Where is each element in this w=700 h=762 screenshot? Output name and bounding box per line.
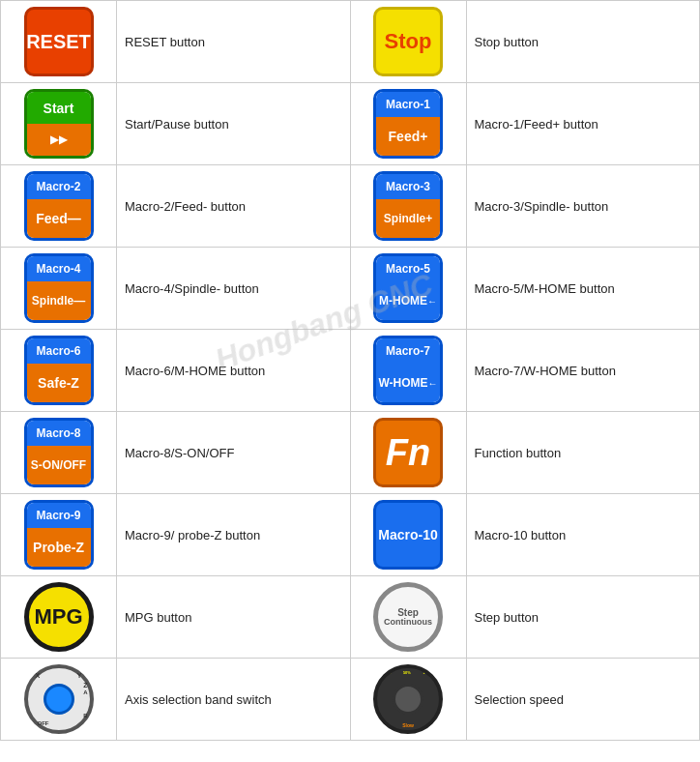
start-pause-cell: Start ▶▶ <box>1 83 117 165</box>
macro6-description: Macro-6/M-HOME button <box>125 364 265 378</box>
macro2-button[interactable]: Macro-2 Feed— <box>24 171 94 241</box>
fn-label-cell: Function button <box>466 412 700 494</box>
mpg-description: MPG button <box>125 610 191 625</box>
macro1-button[interactable]: Macro-1 Feed+ <box>373 89 443 159</box>
table-row: Macro-6 Safe-Z Macro-6/M-HOME button Mac… <box>1 330 700 412</box>
macro10-description: Macro-10 button <box>475 528 567 542</box>
macro5-top-label: Macro-5 <box>376 256 440 281</box>
macro3-cell: Macro-3 Spindle+ <box>350 165 466 248</box>
pause-label: ▶▶ <box>27 124 91 156</box>
macro9-button[interactable]: Macro-9 Probe-Z <box>24 500 94 570</box>
macro8-label-cell: Macro-8/S-ON/OFF <box>117 412 351 494</box>
macro1-cell: Macro-1 Feed+ <box>350 83 466 165</box>
macro9-bottom-label: Probe-Z <box>27 528 91 567</box>
macro3-button[interactable]: Macro-3 Spindle+ <box>373 171 443 241</box>
axis-switch-body: X Y Z A B OFF <box>24 664 94 734</box>
step-label-cell: Step button <box>466 576 700 659</box>
step-description: Step button <box>475 610 540 625</box>
macro3-top-label: Macro-3 <box>376 174 440 199</box>
table-row: RESET RESET button Stop Stop button <box>1 1 700 83</box>
axis-switch-cell: X Y Z A B OFF <box>1 659 117 741</box>
speed-description: Selection speed <box>475 692 565 707</box>
axis-description: Axis selection band switch <box>125 692 272 707</box>
macro5-cell: Macro-5 M-HOME ← <box>350 248 466 330</box>
macro5-button[interactable]: Macro-5 M-HOME ← <box>373 253 443 323</box>
table-row: Macro-4 Spindle— Macro-4/Spindle- button… <box>1 248 700 330</box>
speed-pct-100: 100% <box>423 670 432 675</box>
axis-z-label: Z <box>83 682 87 689</box>
macro3-bottom-label: Spindle+ <box>376 199 440 238</box>
speed-label-cell: Selection speed <box>466 659 700 741</box>
macro8-button[interactable]: Macro-8 S-ON/OFF <box>24 418 94 487</box>
macro2-top-label: Macro-2 <box>27 174 91 199</box>
macro5-description: Macro-5/M-HOME button <box>475 281 615 296</box>
stop-button[interactable]: Stop <box>373 7 443 76</box>
axis-switch-button[interactable]: X Y Z A B OFF <box>24 664 94 734</box>
macro2-bottom-label: Feed— <box>27 199 91 238</box>
axis-y-label: Y <box>77 672 82 679</box>
macro10-button[interactable]: Macro-10 <box>373 500 443 570</box>
macro9-cell: Macro-9 Probe-Z <box>1 494 117 576</box>
step-text-group: Step Continuous <box>384 608 432 627</box>
macro2-cell: Macro-2 Feed— <box>1 165 117 248</box>
speed-select-button[interactable]: 10% 50% 100% Slow <box>373 664 443 734</box>
start-pause-label-cell: Start/Pause button <box>117 83 351 165</box>
mpg-cell: MPG <box>1 576 117 659</box>
speed-knob <box>393 684 423 715</box>
macro1-bottom-label: Feed+ <box>376 117 440 156</box>
macro3-label-cell: Macro-3/Spindle- button <box>466 165 700 248</box>
macro4-cell: Macro-4 Spindle— <box>1 248 117 330</box>
macro5-bottom-label: M-HOME ← <box>376 281 440 320</box>
stop-label: Stop <box>385 29 432 54</box>
reset-description: RESET button <box>125 35 205 49</box>
table-row: MPG MPG button Step Continuous Step butt… <box>1 576 700 659</box>
axis-labels: X Y Z A B OFF <box>28 668 90 730</box>
reset-label-cell: RESET button <box>117 1 351 83</box>
macro10-label: Macro-10 <box>378 527 437 542</box>
macro7-top-label: Macro-7 <box>376 338 440 364</box>
macro9-label-cell: Macro-9/ probe-Z button <box>117 494 351 576</box>
macro4-description: Macro-4/Spindle- button <box>125 281 259 296</box>
macro4-top-label: Macro-4 <box>27 256 91 281</box>
macro5-label-cell: Macro-5/M-HOME button <box>466 248 700 330</box>
macro9-top-label: Macro-9 <box>27 503 91 528</box>
fn-description: Function button <box>475 446 562 460</box>
macro7-button[interactable]: Macro-7 W-HOME ← <box>373 336 443 405</box>
speed-pct-labels: 10% 50% 100% <box>377 670 439 675</box>
macro6-label-cell: Macro-6/M-HOME button <box>117 330 351 412</box>
mpg-label-cell: MPG button <box>117 576 351 659</box>
start-pause-button[interactable]: Start ▶▶ <box>24 89 94 159</box>
fn-button[interactable]: Fn <box>373 418 443 487</box>
stop-description: Stop button <box>475 35 540 49</box>
macro4-bottom-label: Spindle— <box>27 281 91 320</box>
speed-select-cell: 10% 50% 100% Slow <box>350 659 466 741</box>
table-row: Macro-9 Probe-Z Macro-9/ probe-Z button … <box>1 494 700 576</box>
macro7-label-cell: Macro-7/W-HOME button <box>466 330 700 412</box>
mpg-label: MPG <box>34 604 82 630</box>
stop-cell: Stop <box>350 1 466 83</box>
macro4-button[interactable]: Macro-4 Spindle— <box>24 253 94 323</box>
axis-off-label: OFF <box>38 720 49 726</box>
fn-label: Fn <box>386 432 430 474</box>
macro4-label-cell: Macro-4/Spindle- button <box>117 248 351 330</box>
start-pause-description: Start/Pause button <box>125 117 229 132</box>
macro9-description: Macro-9/ probe-Z button <box>125 528 260 542</box>
speed-switch-body: 10% 50% 100% Slow <box>373 664 443 734</box>
reset-cell: RESET <box>1 1 117 83</box>
macro6-bottom-label: Safe-Z <box>27 364 91 402</box>
step-cell: Step Continuous <box>350 576 466 659</box>
button-reference-table: RESET RESET button Stop Stop button Star… <box>0 0 700 741</box>
macro1-label-cell: Macro-1/Feed+ button <box>466 83 700 165</box>
reset-button[interactable]: RESET <box>24 7 94 76</box>
macro10-cell: Macro-10 <box>350 494 466 576</box>
axis-a-label: A <box>83 689 87 695</box>
mpg-button[interactable]: MPG <box>24 582 94 652</box>
step-button[interactable]: Step Continuous <box>373 582 443 652</box>
macro6-button[interactable]: Macro-6 Safe-Z <box>24 336 94 405</box>
table-row: Macro-8 S-ON/OFF Macro-8/S-ON/OFF Fn Fun… <box>1 412 700 494</box>
axis-x-label: X <box>36 672 41 679</box>
macro7-cell: Macro-7 W-HOME ← <box>350 330 466 412</box>
axis-label-cell: Axis selection band switch <box>117 659 351 741</box>
macro1-description: Macro-1/Feed+ button <box>475 117 598 132</box>
macro3-description: Macro-3/Spindle- button <box>475 199 609 214</box>
